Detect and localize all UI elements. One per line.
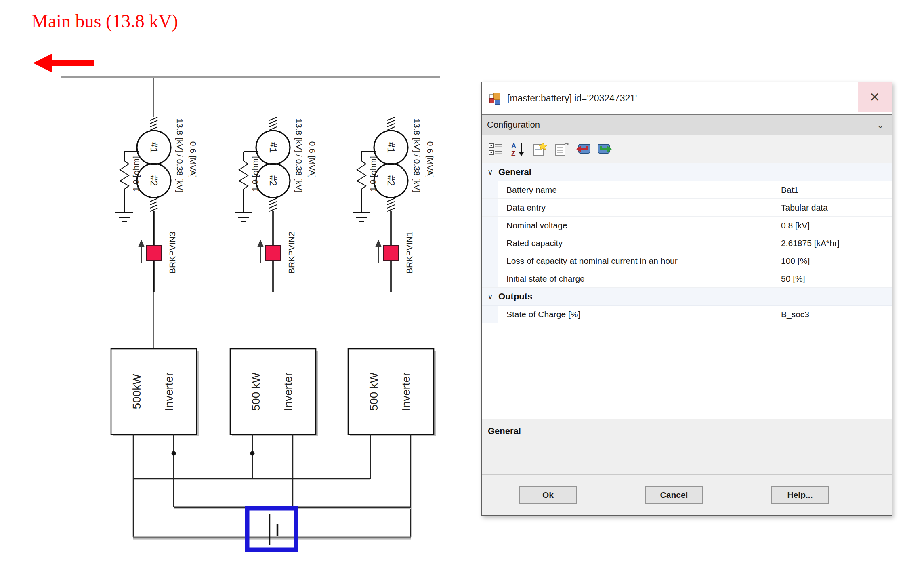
property-label: State of Charge [%] [498,306,776,323]
close-button[interactable]: ✕ [858,82,892,112]
property-row[interactable]: Loss of capacity at nominal current in a… [482,252,892,270]
breaker-label: BRKPVIN2 [287,232,296,274]
collapse-chevron-icon[interactable]: ∨ [482,167,498,177]
up-arrow-icon [375,240,382,247]
inverter-rating-label: 500kW [130,374,143,409]
inverter-name-label: Inverter [282,373,294,411]
property-label: Loss of capacity at nominal current in a… [498,252,776,270]
property-label: Rated capacity [498,234,776,252]
battery-body [247,508,296,550]
category-label: Outputs [498,291,532,302]
configuration-dropdown[interactable]: Configuration ⌄ [482,114,892,135]
row-gutter [482,270,498,287]
transformer-1[interactable]: #1 #2 13.8 [kV] / 0.38 [kV] 0.6 [MVA] [137,117,198,211]
row-gutter [482,234,498,252]
dropdown-selected-value: Configuration [487,120,540,130]
wire-junction-dot [172,451,176,456]
breaker-3[interactable] [375,240,399,263]
battery-properties-dialog: [master:battery] id='203247321' ✕ Config… [481,82,892,516]
category-row-general[interactable]: ∨ General [482,163,892,181]
row-gutter [482,181,498,198]
dialog-button-bar: Ok Cancel Help... [482,474,892,515]
property-row[interactable]: Nominal voltage 0.8 [kV] [482,217,892,234]
description-panel: General [482,419,892,474]
property-value[interactable]: 0.8 [kV] [776,221,892,230]
red-arrow-icon [33,53,94,73]
property-row[interactable]: Data entry Tabular data [482,199,892,217]
property-label: Battery name [498,181,776,198]
property-row[interactable]: Battery name Bat1 [482,181,892,199]
row-gutter [482,217,498,234]
inverter-name-label: Inverter [163,373,175,411]
cancel-button[interactable]: Cancel [645,486,703,504]
property-label: Data entry [498,199,776,216]
dialog-title: [master:battery] id='203247321' [507,93,637,104]
up-arrow-icon [257,240,264,247]
property-pages-icon[interactable] [531,141,548,157]
row-gutter [482,252,498,270]
winding1-label: #1 [386,142,397,153]
category-row-outputs[interactable]: ∨ Outputs [482,288,892,306]
winding2-label: #2 [149,175,160,186]
resistor-value-label: 1.0 [ohm] [250,156,260,192]
up-arrow-icon [138,240,145,247]
transformer-voltage-label: 13.8 [kV] / 0.38 [kV] [175,118,185,192]
chevron-down-icon: ⌄ [876,119,884,131]
winding2-label: #2 [268,175,279,186]
property-label: Nominal voltage [498,217,776,234]
inverter-rating-label: 500 kW [250,372,262,411]
wire-junction-dot [250,451,255,456]
transformer-voltage-label: 13.8 [kV] / 0.38 [kV] [294,118,304,192]
property-value[interactable]: 100 [%] [776,256,892,266]
inverter-rating-label: 500 kW [368,372,380,411]
alphabetical-sort-icon[interactable]: A Z [510,141,526,157]
svg-text:A: A [511,142,516,150]
winding2-label: #2 [386,175,397,186]
resistor-value-label: 1.0 [ohm] [131,156,141,192]
property-value[interactable]: 50 [%] [776,274,892,284]
resistor-value-label: 1.0 [ohm] [368,156,378,192]
category-label: General [498,167,531,177]
transformer-rating-label: 0.6 [MVA] [426,141,435,178]
transformer-2[interactable]: #1 #2 13.8 [kV] / 0.38 [kV] 0.6 [MVA] [256,117,317,211]
property-row[interactable]: Rated capacity 2.61875 [kA*hr] [482,234,892,252]
winding1-label: #1 [268,142,279,153]
transformer-voltage-label: 13.8 [kV] / 0.38 [kV] [412,118,422,192]
inverter-3[interactable]: 500 kW Inverter [348,349,436,436]
property-row[interactable]: Initial state of charge 50 [%] [482,270,892,288]
ok-button[interactable]: Ok [519,486,577,504]
property-value[interactable]: Bat1 [776,185,892,195]
property-row[interactable]: State of Charge [%] B_soc3 [482,306,892,323]
row-gutter [482,306,498,323]
revert-icon[interactable] [575,141,591,157]
property-value[interactable]: 2.61875 [kA*hr] [776,238,892,248]
property-grid: ∨ General Battery name Bat1 Data entry T… [482,163,892,419]
property-value[interactable]: Tabular data [776,203,892,213]
apply-icon[interactable] [597,141,613,157]
page-icon[interactable] [553,141,569,157]
property-label: Initial state of charge [498,270,776,287]
circuit-canvas: #1 #2 13.8 [kV] / 0.38 [kV] 0.6 [MVA] 1.… [0,0,468,571]
transformer-rating-label: 0.6 [MVA] [189,141,198,178]
dialog-titlebar[interactable]: [master:battery] id='203247321' ✕ [482,82,892,114]
breaker-1[interactable] [138,240,162,263]
inverter-2[interactable]: 500 kW Inverter [230,349,318,436]
collapse-chevron-icon[interactable]: ∨ [482,292,498,301]
form-icon [489,93,501,104]
help-button[interactable]: Help... [771,486,829,504]
inverter-name-label: Inverter [400,373,412,411]
property-grid-toolbar: A Z [482,135,892,163]
property-value[interactable]: B_soc3 [776,310,892,319]
breaker-label: BRKPVIN1 [405,232,414,274]
winding1-label: #1 [149,142,160,153]
svg-text:Z: Z [511,150,515,157]
transformer-3[interactable]: #1 #2 13.8 [kV] / 0.38 [kV] 0.6 [MVA] [374,117,435,211]
description-title: General [488,426,892,436]
row-gutter [482,199,498,216]
transformer-rating-label: 0.6 [MVA] [308,141,317,178]
categorized-view-icon[interactable] [488,141,504,157]
breaker-2[interactable] [257,240,281,263]
inverter-1[interactable]: 500kW Inverter [111,349,199,436]
breaker-label: BRKPVIN3 [168,232,177,274]
